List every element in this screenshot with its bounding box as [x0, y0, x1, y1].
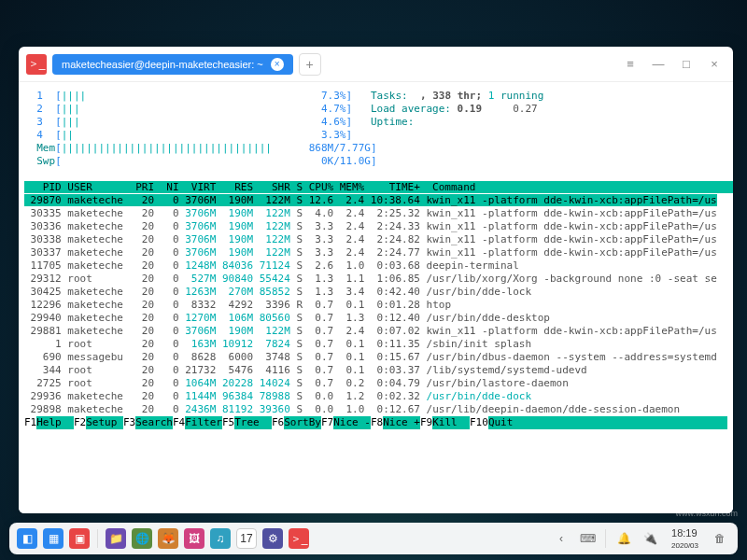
firefox-icon[interactable]: 🦊 [158, 528, 178, 549]
app-icon: ＞_ [26, 54, 47, 75]
calendar-icon[interactable]: 17 [236, 528, 257, 549]
menu-button[interactable]: ≡ [619, 53, 641, 76]
browser-icon[interactable]: 🌐 [132, 528, 152, 549]
tab-close-icon[interactable]: × [271, 58, 284, 71]
taskbar: ◧ ▦ ▣ 📁 🌐 🦊 🖼 ♫ 17 ⚙ ＞_ ‹ ⌨ 🔔 🔌 18:19202… [9, 523, 738, 554]
trash-icon[interactable]: 🗑 [710, 528, 730, 549]
music-icon[interactable]: ♫ [210, 528, 231, 549]
settings-icon[interactable]: ⚙ [262, 528, 283, 549]
clock[interactable]: 18:192020/03 [666, 527, 704, 550]
notification-icon[interactable]: 🔔 [613, 528, 634, 549]
titlebar: ＞_ maketecheasier@deepin-maketecheasier:… [19, 47, 733, 82]
launcher-icon[interactable]: ◧ [17, 528, 37, 549]
multitask-icon[interactable]: ▦ [43, 528, 63, 549]
keyboard-icon[interactable]: ⌨ [577, 528, 598, 549]
minimize-button[interactable]: — [647, 53, 669, 76]
terminal-window: ＞_ maketecheasier@deepin-maketecheasier:… [19, 47, 733, 513]
power-icon[interactable]: 🔌 [640, 528, 660, 549]
add-tab-button[interactable]: + [299, 53, 321, 76]
watermark: www.wsxdn.com [675, 509, 738, 518]
tab-title: maketecheasier@deepin-maketecheasier: ~ [62, 59, 263, 70]
maximize-button[interactable]: □ [675, 53, 698, 76]
image-icon[interactable]: 🖼 [184, 528, 204, 549]
close-button[interactable]: × [703, 53, 726, 76]
tray-chevron-icon[interactable]: ‹ [551, 528, 571, 549]
appstore-icon[interactable]: ▣ [69, 528, 90, 549]
tab-active[interactable]: maketecheasier@deepin-maketecheasier: ~ … [52, 54, 293, 75]
terminal-content[interactable]: 1 [|||| 7.3%] Tasks: , 338 thr; 1 runnin… [19, 82, 733, 513]
terminal-icon[interactable]: ＞_ [289, 528, 309, 549]
files-icon[interactable]: 📁 [106, 528, 126, 549]
